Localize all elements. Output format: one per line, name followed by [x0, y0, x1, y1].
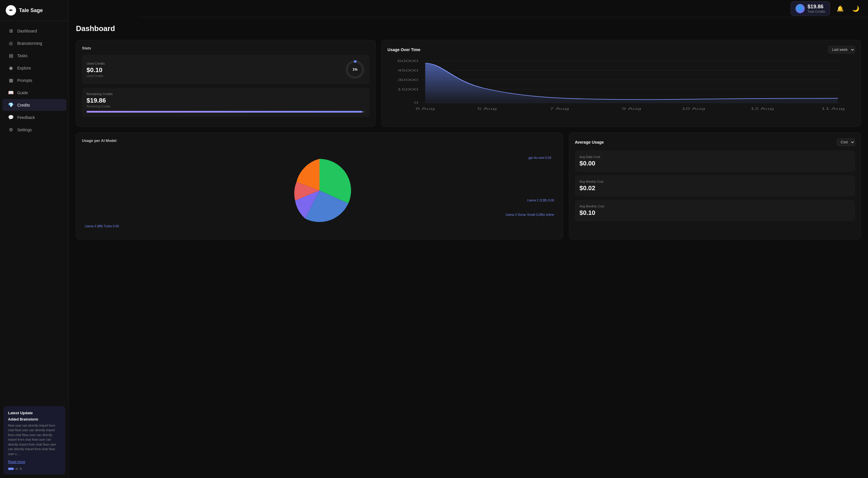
- avg-daily-label: Avg Daily Cost: [580, 155, 850, 159]
- sidebar-item-explore[interactable]: ◉ Explore: [2, 62, 66, 74]
- credits-badge-amount: $19.86: [808, 4, 825, 10]
- credits-badge-icon: 🌐: [796, 4, 805, 13]
- guide-icon: 📖: [8, 90, 14, 95]
- sidebar-label-tasks: Tasks: [17, 54, 28, 58]
- sidebar-item-brainstorming[interactable]: ◎ Brainstorming: [2, 37, 66, 49]
- notifications-button[interactable]: 🔔: [835, 3, 845, 14]
- update-title: Latest Update: [8, 411, 61, 415]
- svg-text:10 Aug: 10 Aug: [682, 107, 705, 110]
- avg-daily-value: $0.00: [580, 160, 850, 167]
- avg-monthly-value: $0.10: [580, 209, 850, 216]
- main-content: Dashboard Stats Used Credits $0.10 Used …: [69, 17, 868, 478]
- pie-label-llama3sonar: Llama 3 Sonar Small (128k) online: [506, 213, 554, 216]
- sidebar-label-brainstorming: Brainstorming: [17, 41, 42, 46]
- credits-badge: 🌐 $19.86 Total Credits: [790, 1, 830, 16]
- dot-3: [20, 468, 22, 470]
- avg-title: Average Usage: [575, 140, 604, 144]
- top-row: Stats Used Credits $0.10 Used Credits 1%: [76, 40, 861, 127]
- credits-icon: 💎: [8, 102, 14, 108]
- chart-header: Usage Over Time Last week: [388, 46, 855, 54]
- dashboard-icon: ⊞: [8, 28, 14, 34]
- ai-model-title: Usage per AI Model: [82, 138, 557, 143]
- remaining-credits-value: $19.86: [87, 97, 365, 104]
- stats-card: Stats Used Credits $0.10 Used Credits 1%: [76, 40, 376, 127]
- avg-period-select[interactable]: Cost: [837, 138, 855, 146]
- svg-text:5 Aug: 5 Aug: [477, 107, 497, 110]
- sidebar-item-prompts[interactable]: ▦ Prompts: [2, 74, 66, 86]
- sidebar-label-credits: Credits: [17, 103, 30, 107]
- avg-weekly-label: Avg Weekly Cost: [580, 180, 850, 183]
- svg-text:0: 0: [414, 101, 418, 104]
- svg-text:30000: 30000: [398, 78, 418, 81]
- update-panel: Latest Update Added Brainstorm Now user …: [3, 406, 65, 475]
- remaining-credits-sublabel: Remaining Credits: [87, 105, 365, 108]
- svg-text:11 Aug: 11 Aug: [822, 107, 845, 110]
- pie-label-llama3turbo: Llama 3 (8B) Turbo 0.05: [85, 224, 119, 228]
- avg-usage-card: Average Usage Cost Avg Daily Cost $0.00 …: [569, 132, 861, 240]
- sidebar-label-prompts: Prompts: [17, 78, 32, 83]
- logo-icon: ✒: [6, 5, 16, 15]
- used-credits-label: Used Credits: [87, 62, 105, 65]
- bottom-row: Usage per AI Model: [76, 132, 861, 240]
- svg-text:8 Aug: 8 Aug: [415, 107, 435, 110]
- nav: ⊞ Dashboard ◎ Brainstorming ▤ Tasks ◉ Ex…: [0, 21, 69, 403]
- progress-bar: [87, 111, 365, 113]
- sidebar-item-dashboard[interactable]: ⊞ Dashboard: [2, 25, 66, 37]
- theme-toggle-button[interactable]: 🌙: [850, 3, 861, 14]
- period-select[interactable]: Last week: [828, 46, 855, 54]
- sidebar-item-credits[interactable]: 💎 Credits: [2, 99, 66, 111]
- avg-daily: Avg Daily Cost $0.00: [575, 150, 855, 172]
- pie-label-gpt4o: gpt-4o-mini 0.03: [528, 156, 551, 160]
- topbar: 🌐 $19.86 Total Credits 🔔 🌙: [138, 0, 868, 17]
- logo-area: ✒ Tale Sage: [0, 0, 69, 21]
- tasks-icon: ▤: [8, 53, 14, 58]
- sidebar-item-feedback[interactable]: 💬 Feedback: [2, 111, 66, 123]
- page-title: Dashboard: [76, 24, 861, 33]
- avg-monthly-label: Avg Monthly Cost: [580, 205, 850, 208]
- app-name: Tale Sage: [19, 7, 43, 13]
- read-more-link[interactable]: Read more: [8, 460, 25, 464]
- donut-chart: 1%: [345, 60, 365, 79]
- used-credits-block: Used Credits $0.10 Used Credits 1%: [82, 55, 370, 84]
- svg-text:60000: 60000: [398, 59, 418, 63]
- avg-header: Average Usage Cost: [575, 138, 855, 146]
- avg-weekly-value: $0.02: [580, 184, 850, 192]
- pie-chart-section: gpt-4o-mini 0.03 Llama 2 (13B) 0.00 Llam…: [82, 147, 557, 234]
- svg-text:45000: 45000: [398, 69, 418, 72]
- pie-label-llama2: Llama 2 (13B) 0.00: [527, 199, 554, 202]
- svg-text:12 Aug: 12 Aug: [750, 107, 774, 110]
- donut-label: 1%: [352, 68, 358, 71]
- ai-model-card: Usage per AI Model: [76, 132, 563, 240]
- progress-bar-fill: [87, 111, 362, 113]
- sidebar-label-explore: Explore: [17, 66, 31, 70]
- used-credits-sublabel: Used Credits: [87, 74, 105, 77]
- stats-title: Stats: [82, 46, 370, 50]
- update-subtitle: Added Brainstorm: [8, 417, 61, 421]
- sidebar-item-guide[interactable]: 📖 Guide: [2, 87, 66, 99]
- sidebar-item-settings[interactable]: ⚙ Settings: [2, 124, 66, 136]
- svg-text:9 Aug: 9 Aug: [622, 107, 641, 110]
- feedback-icon: 💬: [8, 114, 14, 120]
- explore-icon: ◉: [8, 65, 14, 71]
- sidebar-label-settings: Settings: [17, 128, 32, 132]
- sidebar: ✒ Tale Sage ⊞ Dashboard ◎ Brainstorming …: [0, 0, 69, 478]
- svg-text:15000: 15000: [398, 88, 418, 91]
- usage-chart-card: Usage Over Time Last week: [381, 40, 861, 127]
- remaining-credits-label: Remaining Credits: [87, 92, 365, 96]
- dot-indicators: [8, 468, 61, 470]
- update-text: Now user can directly import from chat N…: [8, 423, 61, 456]
- sidebar-label-guide: Guide: [17, 91, 28, 95]
- chart-title: Usage Over Time: [388, 47, 420, 52]
- sidebar-label-dashboard: Dashboard: [17, 29, 37, 33]
- settings-icon: ⚙: [8, 127, 14, 132]
- avg-weekly: Avg Weekly Cost $0.02: [575, 175, 855, 197]
- prompts-icon: ▦: [8, 77, 14, 83]
- dot-1: [8, 468, 14, 470]
- remaining-credits-block: Remaining Credits $19.86 Remaining Credi…: [82, 88, 370, 117]
- sidebar-label-feedback: Feedback: [17, 115, 35, 120]
- dot-2: [16, 468, 18, 470]
- pie-chart: [282, 153, 357, 228]
- avg-monthly: Avg Monthly Cost $0.10: [575, 200, 855, 221]
- brainstorming-icon: ◎: [8, 40, 14, 46]
- sidebar-item-tasks[interactable]: ▤ Tasks: [2, 50, 66, 62]
